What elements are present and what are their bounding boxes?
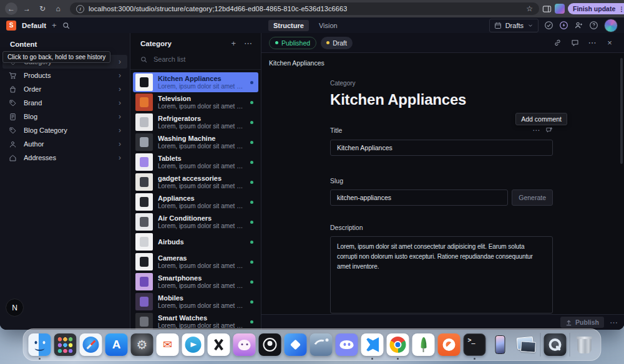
- copy-link-icon[interactable]: [550, 36, 564, 50]
- comments-icon[interactable]: [568, 36, 582, 50]
- dock-trash[interactable]: [573, 333, 596, 356]
- dock-finder[interactable]: [29, 333, 51, 356]
- forward-button[interactable]: →: [21, 2, 33, 15]
- releases-drafts-menu[interactable]: Drafts: [489, 19, 539, 32]
- dock-mongodb-compass[interactable]: [412, 333, 435, 356]
- editor-scrollbar[interactable]: [620, 58, 623, 164]
- published-status-dot: [250, 320, 253, 323]
- search-list-input[interactable]: [152, 55, 242, 64]
- dock-jira[interactable]: [285, 333, 307, 356]
- dock-screenshots[interactable]: [515, 333, 537, 356]
- draft-chip[interactable]: Draft: [321, 37, 353, 49]
- footer-menu-icon[interactable]: ⋯: [610, 318, 618, 327]
- dock-safari[interactable]: [80, 333, 102, 356]
- dock-discord[interactable]: [336, 333, 358, 356]
- sidebar-item-author[interactable]: Author›: [2, 137, 127, 151]
- dock-mail[interactable]: [157, 333, 179, 356]
- published-status-dot: [250, 241, 253, 244]
- search-icon[interactable]: [62, 22, 70, 29]
- list-item-air-conditioners[interactable]: Air ConditionersLorem, ipsum dolor sit a…: [133, 212, 258, 232]
- dock-telegram[interactable]: [182, 333, 205, 356]
- list-item-washing-machine[interactable]: Washing MachineLorem, ipsum dolor sit am…: [133, 132, 258, 152]
- address-bar[interactable]: i localhost:3000/studio/structure/catego…: [70, 2, 539, 15]
- dock-vscode[interactable]: [361, 333, 384, 356]
- help-fab[interactable]: N: [6, 299, 24, 317]
- tab-structure[interactable]: Structure: [268, 20, 309, 31]
- dock-launchpad[interactable]: [54, 333, 77, 356]
- sidebar-item-blog-category[interactable]: Blog Category›: [2, 123, 127, 137]
- sidebar-item-order[interactable]: Order›: [2, 82, 127, 96]
- list-item-title: Television: [158, 95, 245, 102]
- list-item-smartphones[interactable]: SmartphonesLorem, ipsum dolor sit amet c…: [133, 272, 258, 292]
- app-store-icon: [105, 333, 128, 356]
- home-button[interactable]: ⌂: [52, 2, 64, 15]
- dock-app-store[interactable]: [105, 333, 128, 356]
- dock-capcut[interactable]: [208, 333, 230, 356]
- dock-iphone-mirroring[interactable]: [489, 333, 512, 356]
- create-new-icon[interactable]: +: [231, 39, 236, 47]
- dock-cat-app[interactable]: [233, 333, 256, 356]
- breadcrumb: Kitchen Appliances: [261, 53, 624, 67]
- back-button[interactable]: ←: [5, 2, 17, 15]
- document-menu-icon[interactable]: ⋯: [585, 36, 599, 50]
- invite-members-icon[interactable]: [574, 21, 583, 30]
- field-menu-icon[interactable]: ⋯: [532, 126, 540, 135]
- list-item-text: SmartphonesLorem, ipsum dolor sit amet c…: [158, 274, 245, 289]
- title-input[interactable]: [330, 140, 553, 156]
- dock-obs[interactable]: [259, 333, 281, 356]
- list-menu-icon[interactable]: ⋯: [244, 39, 252, 47]
- list-item-appliances[interactable]: AppliancesLorem, ipsum dolor sit amet co…: [133, 192, 258, 212]
- browser-menu-icon[interactable]: ⋮: [618, 6, 624, 12]
- dock-postman[interactable]: [438, 333, 461, 356]
- list-item-airbuds[interactable]: Airbuds: [133, 232, 258, 252]
- reload-button[interactable]: ↻: [36, 2, 49, 15]
- help-icon[interactable]: [589, 21, 598, 30]
- add-comment-icon[interactable]: [545, 127, 553, 134]
- browser-profile-avatar[interactable]: [555, 4, 565, 14]
- publish-button[interactable]: Publish: [560, 317, 604, 328]
- capabilities-bolt-icon[interactable]: [559, 21, 568, 30]
- list-item-gadget-accessories[interactable]: gadget accessoriesLorem, ipsum dolor sit…: [133, 172, 258, 192]
- list-item-kitchen-appliances[interactable]: Kitchen AppliancesLorem, ipsum dolor sit…: [133, 72, 258, 92]
- finish-update-button[interactable]: Finish update ⋮: [568, 3, 624, 14]
- generate-slug-button[interactable]: Generate: [512, 189, 553, 206]
- dock-quicktime[interactable]: [544, 333, 567, 356]
- sidebar-item-addresses[interactable]: Addresses›: [2, 151, 127, 165]
- user-avatar[interactable]: [604, 19, 618, 32]
- list-item-smart-watches[interactable]: Smart WatchesLorem, ipsum dolor sit amet…: [133, 312, 258, 330]
- description-textarea[interactable]: Lorem, ipsum dolor sit amet consectetur …: [330, 236, 553, 314]
- list-item-tablets[interactable]: TabletsLorem, ipsum dolor sit amet conse…: [133, 152, 258, 172]
- tab-vision[interactable]: Vision: [314, 20, 343, 31]
- new-document-icon[interactable]: +: [52, 21, 57, 30]
- safari-icon: [80, 333, 102, 356]
- site-info-icon[interactable]: i: [76, 5, 84, 13]
- slug-input-row: Generate: [330, 189, 553, 206]
- sidebar-item-products[interactable]: Products›: [2, 69, 127, 82]
- list-item-television[interactable]: TelevisionLorem, ipsum dolor sit amet co…: [133, 92, 258, 112]
- chevron-right-icon: ›: [119, 57, 121, 66]
- sidebar-item-label: Order: [24, 85, 112, 93]
- studio-main: Content Category›Products›Order›Brand›Bl…: [0, 33, 624, 330]
- slug-input[interactable]: [330, 189, 508, 206]
- add-comment-button[interactable]: Add comment: [515, 113, 567, 125]
- list-item-text: TabletsLorem, ipsum dolor sit amet conse…: [158, 155, 245, 170]
- sidebar-item-brand[interactable]: Brand›: [2, 96, 127, 110]
- close-pane-icon[interactable]: ×: [603, 36, 617, 50]
- bookmark-star-icon[interactable]: ☆: [526, 4, 533, 13]
- sanity-logo[interactable]: S: [6, 21, 16, 31]
- list-item-mobiles[interactable]: MobilesLorem, ipsum dolor sit amet conse…: [133, 292, 258, 312]
- list-item-refrigerators[interactable]: RefrigeratorsLorem, ipsum dolor sit amet…: [133, 112, 258, 132]
- list-item-subtitle: Lorem, ipsum dolor sit amet consectet...: [158, 83, 245, 90]
- tasks-icon[interactable]: [544, 21, 553, 30]
- tag-icon: [9, 127, 17, 135]
- dock-chrome[interactable]: [387, 333, 409, 356]
- list-item-cameras[interactable]: CamerasLorem, ipsum dolor sit amet conse…: [133, 252, 258, 272]
- list-item-text: Washing MachineLorem, ipsum dolor sit am…: [158, 135, 245, 150]
- dock-terminal[interactable]: [464, 333, 486, 356]
- dock-mysql-workbench[interactable]: [310, 333, 333, 356]
- side-panel-icon[interactable]: [542, 4, 552, 14]
- sidebar-item-blog[interactable]: Blog›: [2, 110, 127, 123]
- list-item-thumbnail: [135, 173, 153, 191]
- dock-system-settings[interactable]: [131, 333, 154, 356]
- published-chip[interactable]: Published: [269, 37, 316, 49]
